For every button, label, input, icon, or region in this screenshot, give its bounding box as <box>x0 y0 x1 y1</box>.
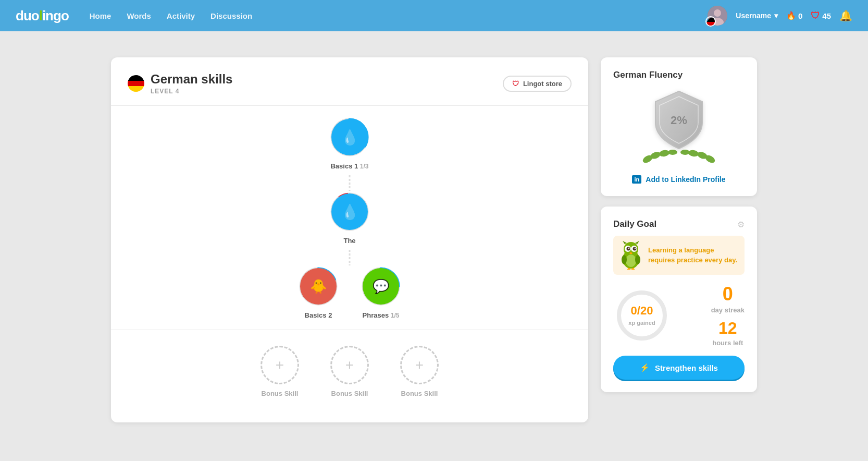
bonus-label-1: Bonus Skill <box>262 390 299 397</box>
fluency-shield-area: 2% <box>613 89 745 167</box>
xp-label: xp gained <box>628 320 655 326</box>
bonus-section: + Bonus Skill + Bonus Skill + Bonus Skil… <box>111 330 588 413</box>
fluency-title: German Fluency <box>613 70 745 80</box>
skill-icon-basics2: 🐥 <box>297 265 339 307</box>
strengthen-skills-button[interactable]: ⚡ Strengthen skills <box>613 356 745 380</box>
linkedin-link[interactable]: in Add to LinkedIn Profile <box>632 175 725 184</box>
xp-circle: 0/20 xp gained <box>613 287 671 344</box>
hours-label: hours left <box>712 339 743 347</box>
skill-label-basics2: Basics 2 <box>305 311 332 319</box>
flame-icon: 🔥 <box>786 11 796 20</box>
skill-progress-phrases: 1/5 <box>391 312 400 319</box>
streak-number: 0 <box>711 283 745 305</box>
skill-progress-basics1: 1/3 <box>360 163 369 170</box>
skill-inner-the: 💧 <box>331 193 368 230</box>
svg-point-33 <box>626 254 636 267</box>
skills-body: 💧 Basics 1 1/3 <box>111 106 588 330</box>
skill-row-1: 💧 Basics 1 1/3 <box>329 116 370 170</box>
progress-row: 0/20 xp gained 0 day streak 12 hours lef… <box>613 283 745 347</box>
bonus-label-3: Bonus Skill <box>401 390 438 397</box>
logo[interactable]: duolingo <box>16 8 69 24</box>
skills-header: German skills LEVEL 4 🛡 Lingot store <box>111 57 588 106</box>
skills-flag <box>128 75 144 92</box>
skill-icon-the: 💧 <box>329 191 370 233</box>
bonus-skill-2[interactable]: + Bonus Skill <box>330 346 369 397</box>
goal-header: Daily Goal ⚙ <box>613 219 745 229</box>
skill-label-basics1: Basics 1 1/3 <box>330 162 368 170</box>
main-nav: Home Words Activity Discussion <box>90 11 708 20</box>
nav-words[interactable]: Words <box>127 11 151 20</box>
header-right: Username ▾ 🔥 0 🛡 45 🔔 <box>708 6 852 26</box>
lingot-count: 45 <box>822 11 831 20</box>
svg-point-34 <box>622 255 627 264</box>
daily-goal-card: Daily Goal ⚙ <box>601 207 757 392</box>
skill-icon-basics1: 💧 <box>329 116 370 158</box>
bonus-circle-2: + <box>330 346 369 384</box>
streak-hours-area: 0 day streak 12 hours left <box>711 283 745 347</box>
skills-card: German skills LEVEL 4 🛡 Lingot store <box>111 57 588 422</box>
skill-the[interactable]: 💧 The <box>329 191 370 245</box>
skill-label-the: The <box>343 237 355 245</box>
owl-icon <box>619 241 643 270</box>
bonus-circle-1: + <box>261 346 299 384</box>
nav-activity[interactable]: Activity <box>167 11 195 20</box>
username-area[interactable]: Username ▾ <box>736 11 778 20</box>
connector-2: 🐥 Basics 2 💬 <box>297 250 402 319</box>
lingot-icon: 🛡 <box>811 10 820 21</box>
linkedin-icon: in <box>632 175 641 184</box>
streak-label: day streak <box>711 306 745 314</box>
skill-basics1[interactable]: 💧 Basics 1 1/3 <box>329 116 370 170</box>
skill-row-3: 🐥 Basics 2 💬 <box>297 265 402 319</box>
strengthen-label: Strengthen skills <box>655 363 718 372</box>
xp-text: 0/20 xp gained <box>628 304 655 327</box>
hours-info: 12 hours left <box>711 319 745 347</box>
hours-number: 12 <box>711 319 745 338</box>
notification-bell-icon[interactable]: 🔔 <box>839 9 852 22</box>
main-content: German skills LEVEL 4 🛡 Lingot store <box>69 42 799 438</box>
svg-point-30 <box>628 248 629 249</box>
skill-inner-basics1: 💧 <box>331 119 368 155</box>
skill-row-2: 💧 The <box>329 191 370 245</box>
username: Username <box>736 11 771 20</box>
bonus-label-2: Bonus Skill <box>331 390 368 397</box>
svg-point-29 <box>633 247 637 251</box>
xp-value: 0/20 <box>628 304 655 318</box>
owl-message-text: Learning a language requires practice ev… <box>648 246 738 264</box>
skill-icon-phrases: 💬 <box>360 265 402 307</box>
lingot-store-icon: 🛡 <box>512 80 519 88</box>
lingot-store-button[interactable]: 🛡 Lingot store <box>503 76 572 92</box>
fluency-shield-icon: 2% <box>650 89 708 151</box>
svg-point-28 <box>627 247 630 251</box>
skill-label-phrases: Phrases 1/5 <box>363 311 400 319</box>
user-avatar-area[interactable] <box>708 6 727 26</box>
owl-message-area: Learning a language requires practice ev… <box>613 236 745 275</box>
streak-info: 0 day streak <box>711 283 745 314</box>
daily-goal-title: Daily Goal <box>613 219 656 229</box>
header: duolingo Home Words Activity Discussion <box>0 0 868 31</box>
goal-settings-icon[interactable]: ⚙ <box>737 220 745 229</box>
skills-title: German skills <box>151 72 232 87</box>
nav-home[interactable]: Home <box>90 11 111 20</box>
bonus-circle-3: + <box>400 346 439 384</box>
right-column: German Fluency 2% <box>601 57 757 422</box>
streak-count: 0 <box>798 11 802 20</box>
skills-title-area: German skills LEVEL 4 <box>128 72 232 95</box>
svg-marker-24 <box>623 241 627 244</box>
svg-marker-25 <box>635 241 639 244</box>
skill-basics2[interactable]: 🐥 Basics 2 <box>297 265 339 319</box>
linkedin-label: Add to LinkedIn Profile <box>646 175 725 184</box>
nav-discussion[interactable]: Discussion <box>210 11 252 20</box>
lingot-store-label: Lingot store <box>523 80 562 88</box>
svg-point-35 <box>635 255 640 264</box>
svg-text:2%: 2% <box>671 114 687 127</box>
level-badge: LEVEL 4 <box>151 88 232 95</box>
svg-point-31 <box>635 248 636 249</box>
bonus-skill-1[interactable]: + Bonus Skill <box>261 346 299 397</box>
skill-inner-phrases: 💬 <box>363 268 399 305</box>
streak-area: 🔥 0 <box>786 11 802 20</box>
bonus-skill-3[interactable]: + Bonus Skill <box>400 346 439 397</box>
svg-point-1 <box>714 9 721 17</box>
skill-phrases[interactable]: 💬 Phrases 1/5 <box>360 265 402 319</box>
skill-inner-basics2: 🐥 <box>300 268 337 305</box>
lingots-area: 🛡 45 <box>811 10 831 21</box>
